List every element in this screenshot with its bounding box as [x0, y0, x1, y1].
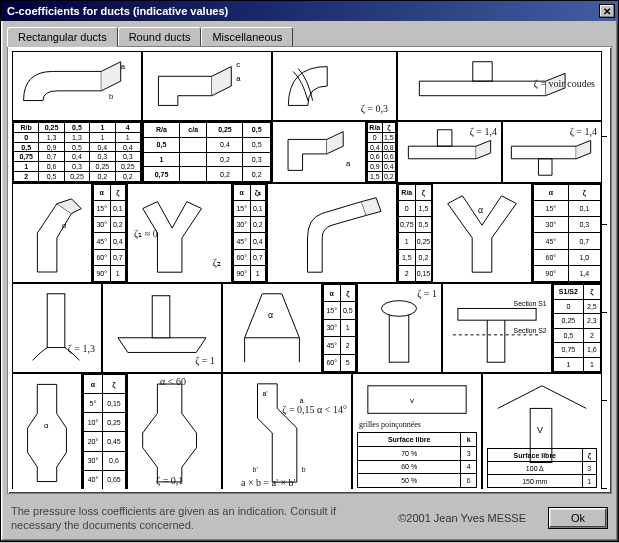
table-Ra-zeta2: R/aζ 01,5 0,750,5 10,25 1,50,2 20,15: [398, 184, 432, 282]
svg-text:b: b: [109, 92, 113, 101]
zeta-label: ζ = 1,4: [570, 126, 597, 137]
svg-text:V: V: [537, 425, 543, 435]
tab-strip: Rectangular ducts Round ducts Miscellane…: [1, 21, 618, 46]
dialog-window: C-coefficients for ducts (indicative val…: [0, 0, 619, 542]
tab-miscellaneous[interactable]: Miscellaneous: [201, 27, 293, 46]
table-alpha-transition: αζ 15°0,5 30°1 45°2 60°5: [323, 284, 356, 372]
svg-text:Section S2: Section S2: [514, 327, 547, 334]
ok-button[interactable]: Ok: [548, 507, 608, 529]
svg-text:α: α: [62, 221, 67, 230]
svg-rect-22: [368, 386, 466, 414]
table-elbow-Rb: R/b0,250,514 01,31,311 0,50,90,50,40,4 0…: [13, 122, 141, 182]
close-button[interactable]: ✕: [599, 4, 615, 18]
copyright-text: ©2001 Jean Yves MESSE: [398, 512, 526, 524]
zeta-label: ζ = 1: [195, 355, 215, 366]
zeta-label: ζ = 1,3: [68, 343, 95, 354]
diagram-panel: ab ca ζ = 0,3 ζ = voir coudes R/b0,250,5…: [7, 46, 612, 494]
svg-text:a': a': [262, 390, 267, 397]
table-Ra-zeta: R/aζ 01,5 0,40,8 0,60,6 0,90,4 1,50,2: [367, 122, 396, 182]
svg-text:Section S1: Section S1: [514, 300, 547, 307]
table-alpha-branch: αζ 15°0,1 30°0,2 45°0,4 60°0,7 90°1: [93, 184, 126, 282]
footer: The pressure loss coefficients are given…: [1, 500, 618, 541]
window-title: C-coefficients for ducts (indicative val…: [4, 5, 599, 17]
svg-text:c: c: [236, 60, 240, 69]
svg-text:a: a: [346, 159, 351, 168]
table-surface-libre-k: Surface librek 70 %3 60 %4 50 %6: [357, 432, 477, 488]
svg-text:v: v: [410, 396, 414, 405]
tab-rectangular-ducts[interactable]: Rectangular ducts: [7, 27, 118, 47]
zeta-label: ζ = voir coudes: [534, 78, 595, 89]
footer-note: The pressure loss coefficients are given…: [11, 504, 388, 533]
zeta-label: ζ = 0,15 α < 14°: [282, 404, 347, 415]
svg-text:a: a: [121, 62, 126, 71]
svg-rect-12: [487, 318, 505, 362]
table-alpha-zeta2: αζ₂ 15°0,1 30°0,2 45°0,4 60°0,7 90°1: [233, 184, 266, 282]
svg-rect-7: [47, 294, 65, 348]
svg-rect-10: [389, 313, 409, 362]
zeta-label: ζ₁ ≈ 0: [134, 228, 158, 239]
table-alpha-Y: αζ 15°0,1 30°0,3 45°0,7 60°1,0 90°1,4: [533, 184, 601, 282]
zeta-label: ζ = 1,4: [470, 126, 497, 137]
svg-rect-13: [458, 308, 536, 320]
svg-text:α: α: [478, 205, 483, 215]
tab-round-ducts[interactable]: Round ducts: [118, 27, 202, 46]
zeta-label: ζ = 1: [417, 288, 437, 299]
svg-rect-8: [152, 296, 170, 338]
svg-text:b': b': [253, 466, 258, 473]
table-elbow-ca: R/ac/a0,250,5 0,50,40,5 10,20,3 0,750,20…: [143, 122, 271, 182]
dim-label: a × b = a' × b': [241, 477, 295, 488]
table-surface-libre-zeta: Surface libreζ 100 Δ3 150 mm1: [487, 448, 597, 488]
titlebar: C-coefficients for ducts (indicative val…: [1, 1, 618, 21]
svg-text:α: α: [44, 421, 49, 430]
svg-text:α: α: [268, 310, 273, 320]
grille-label: grilles poinçonnées: [359, 420, 421, 429]
svg-text:b: b: [302, 466, 306, 473]
table-S1S2: S1/S2ζ 02,5 0,252,3 0,52 0,751,6 11: [553, 284, 601, 372]
svg-text:a: a: [236, 74, 241, 83]
table-alpha-hood: αζ 5°0,15 10°0,25 20°0,45 30°0,6 40°0,65: [83, 374, 126, 489]
alpha-label: α < 60: [160, 376, 186, 387]
svg-point-11: [381, 301, 416, 317]
coefficients-diagram: ab ca ζ = 0,3 ζ = voir coudes R/b0,250,5…: [12, 51, 607, 489]
zeta-label: ζ = 0,1: [156, 475, 183, 486]
zeta-label: ζ = 0,3: [361, 103, 388, 114]
